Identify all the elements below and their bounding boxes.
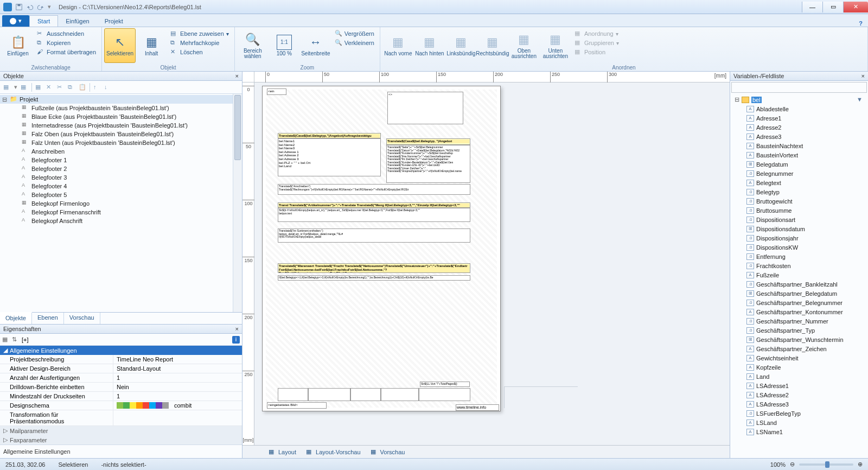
- tab-projekt[interactable]: Projekt: [97, 16, 131, 27]
- select-button[interactable]: ↖Selektieren: [104, 28, 136, 63]
- zoom-slider[interactable]: [799, 463, 853, 466]
- field-item[interactable]: .0Dispositionsjahr: [730, 233, 868, 243]
- prop-row[interactable]: ProjektbeschreibungTimeLine Neo Report: [0, 355, 242, 364]
- tab-file[interactable]: ▾: [2, 15, 29, 27]
- tree-item[interactable]: ABelegfooter 3: [0, 173, 242, 182]
- field-item[interactable]: AGeschäftspartner_Kontonummer: [730, 307, 868, 316]
- field-tree[interactable]: ▼ ⊟ belAAbladestelleAAdresse1AAdresse2AA…: [730, 94, 868, 458]
- paste-button[interactable]: 📋Einfügen: [2, 28, 34, 63]
- field-item[interactable]: ⊞Geschäftspartner_Belegdatum: [730, 289, 868, 298]
- prop-row[interactable]: Designschemacombit: [0, 401, 242, 410]
- paste-icon[interactable]: 📋: [79, 84, 86, 91]
- field-root[interactable]: ⊟ bel: [730, 95, 868, 104]
- field-item[interactable]: .0Frachtkosten: [730, 261, 868, 270]
- obj-anschreiben[interactable]: Translate$("Anschreiben") Translate$("Re…: [278, 184, 470, 195]
- position-button[interactable]: ▦Position: [573, 48, 620, 56]
- obj-sum[interactable]: Translate$("Warenwert Translate$("Fracht…: [278, 263, 470, 273]
- obj-table-header[interactable]: Transl Translate$("Artikelnummer")+":"+T…: [278, 202, 470, 208]
- tree-item[interactable]: ▦Fußzeile (aus Projektbaustein 'Baustein…: [0, 104, 242, 112]
- field-item[interactable]: .0Belegtyp: [730, 187, 868, 196]
- prop-row[interactable]: Anzahl der Ausfertigungen1: [0, 373, 242, 383]
- obj-row2[interactable]: Translate$("im Sortiment enthalten:") be…: [278, 228, 470, 243]
- arrange-button[interactable]: ▦Anordnung▾: [573, 29, 620, 38]
- maximize-button[interactable]: ▭: [822, 2, 843, 12]
- group-button[interactable]: ▦Gruppieren▾: [573, 39, 620, 47]
- scrollbar-thumb[interactable]: [234, 95, 241, 160]
- delete-icon[interactable]: ✕: [46, 84, 54, 91]
- copy-button[interactable]: ⧉Kopieren: [36, 39, 97, 47]
- field-item[interactable]: ABausteinNachtext: [730, 141, 868, 150]
- field-item[interactable]: ⊞Geschäftspartner_Wunschtermin: [730, 335, 868, 344]
- align-top-button[interactable]: ▦Oben ausrichten: [508, 28, 540, 63]
- field-item[interactable]: ALSName1: [730, 427, 868, 436]
- field-item[interactable]: AAdresse1: [730, 113, 868, 123]
- field-item[interactable]: AFußzeile: [730, 270, 868, 280]
- obj-title1[interactable]: Translate$(Case$(bel.Belegtyp,"|Angebot|…: [278, 133, 381, 138]
- tool-icon[interactable]: ▦: [21, 84, 28, 91]
- obj-meta[interactable]: Translate$("Seite")+" "+Str$(bel.Belegnu…: [386, 145, 470, 183]
- field-item[interactable]: ALSLand: [730, 418, 868, 427]
- obj-title2[interactable]: Translate$(Case$(bel.Belegtyp, "|Angebot: [386, 138, 470, 145]
- field-item[interactable]: ALSAdresse1: [730, 381, 868, 390]
- report-page[interactable]: <ein <> Translate$(Case$(bel.Belegtyp,"|…: [262, 86, 501, 411]
- tree-item[interactable]: ▦Belegkopf Firmenlogo: [0, 199, 242, 208]
- obj-f1[interactable]: [278, 388, 308, 401]
- zoom-in-button[interactable]: ⊕: [858, 461, 863, 468]
- objects-tree[interactable]: ⊟📁Projekt ▦Fußzeile (aus Projektbaustein…: [0, 94, 242, 312]
- obj-logo[interactable]: <>: [387, 92, 463, 124]
- field-item[interactable]: AAdresse2: [730, 123, 868, 132]
- close-icon[interactable]: ×: [235, 326, 239, 332]
- close-icon[interactable]: ×: [861, 73, 865, 79]
- field-item[interactable]: ⊞Belegdatum: [730, 160, 868, 169]
- help-icon[interactable]: ?: [859, 20, 863, 27]
- field-item[interactable]: ⊞Dispositionsdatum: [730, 224, 868, 233]
- field-item[interactable]: ALand: [730, 372, 868, 381]
- sort-icon[interactable]: ⇅: [12, 336, 20, 344]
- undo-icon[interactable]: [26, 3, 34, 11]
- obj-f4[interactable]: [381, 388, 419, 401]
- field-item[interactable]: .0Geschäftspartner_Nummer: [730, 316, 868, 326]
- format-painter-button[interactable]: 🖌Format übertragen: [36, 48, 97, 56]
- field-item[interactable]: .0LSFuerBelegTyp: [730, 409, 868, 418]
- close-button[interactable]: ✕: [843, 2, 868, 12]
- obj-cond[interactable]: If(bel.Belegtyp<>1,if(bel.Belegtyp<>3,if…: [278, 275, 470, 281]
- prop-group-fax[interactable]: ▷Faxparameter: [0, 435, 242, 444]
- assign-layer-button[interactable]: ▤Ebene zuweisen▾: [169, 29, 230, 38]
- delete-button[interactable]: ✕Löschen: [169, 48, 230, 56]
- field-item[interactable]: ABelegtext: [730, 178, 868, 187]
- tree-item[interactable]: ABelegkopf Anschrift: [0, 217, 242, 225]
- filter-icon[interactable]: ▼: [857, 96, 863, 103]
- obj-tag[interactable]: <ein: [267, 88, 286, 95]
- prop-group-mail[interactable]: ▷Mailparameter: [0, 426, 242, 435]
- page-width-button[interactable]: ↔Seitenbreite: [300, 28, 331, 63]
- field-item[interactable]: AGewichtseinheit: [730, 353, 868, 363]
- tree-item[interactable]: ABelegfooter 1: [0, 156, 242, 164]
- tab-einfuegen[interactable]: Einfügen: [58, 16, 97, 27]
- tab-start[interactable]: Start: [29, 15, 58, 27]
- field-item[interactable]: .0Geschäftspartner_Bankleitzahl: [730, 280, 868, 289]
- field-item[interactable]: .0Geschäftspartner_Typ: [730, 326, 868, 335]
- design-canvas[interactable]: <ein <> Translate$(Case$(bel.Belegtyp,"|…: [254, 82, 730, 445]
- field-item[interactable]: AKopfzeile: [730, 363, 868, 372]
- tree-item[interactable]: ▦Blaue Ecke (aus Projektbaustein 'Bauste…: [0, 112, 242, 121]
- tab-ebenen[interactable]: Ebenen: [32, 313, 64, 324]
- prop-group[interactable]: ◢Allgemeine Einstellungen: [0, 346, 242, 355]
- align-left-button[interactable]: ▦Linksbündig: [445, 28, 477, 63]
- cut-icon[interactable]: ✂: [57, 84, 65, 91]
- align-bottom-button[interactable]: ▦Unten ausrichten: [540, 28, 571, 63]
- field-item[interactable]: .0Belegnummer: [730, 169, 868, 178]
- zoom-out-button[interactable]: ⊖: [790, 461, 795, 468]
- save-icon[interactable]: [15, 3, 23, 11]
- close-icon[interactable]: ×: [235, 73, 239, 79]
- tab-layout[interactable]: ▦Layout: [269, 448, 296, 456]
- field-item[interactable]: .0DispositionsKW: [730, 243, 868, 252]
- tab-vorschau[interactable]: Vorschau: [64, 313, 100, 324]
- obj-page-footer[interactable]: Str$(LL.Vort "/"+TotalPages$(): [420, 382, 470, 387]
- multicopy-button[interactable]: ⧉Mehrfachkopie: [169, 39, 230, 47]
- tree-item[interactable]: ABelegfooter 4: [0, 182, 242, 190]
- copy-icon[interactable]: ⧉: [68, 84, 75, 91]
- minimize-button[interactable]: —: [802, 2, 822, 12]
- align-right-button[interactable]: ▦Rechtsbündig: [477, 28, 508, 63]
- obj-row1[interactable]: Str$(b If IsNullOrEmpty(belpos.art_nr),"…: [278, 208, 470, 222]
- tree-root[interactable]: ⊟📁Projekt: [0, 95, 242, 104]
